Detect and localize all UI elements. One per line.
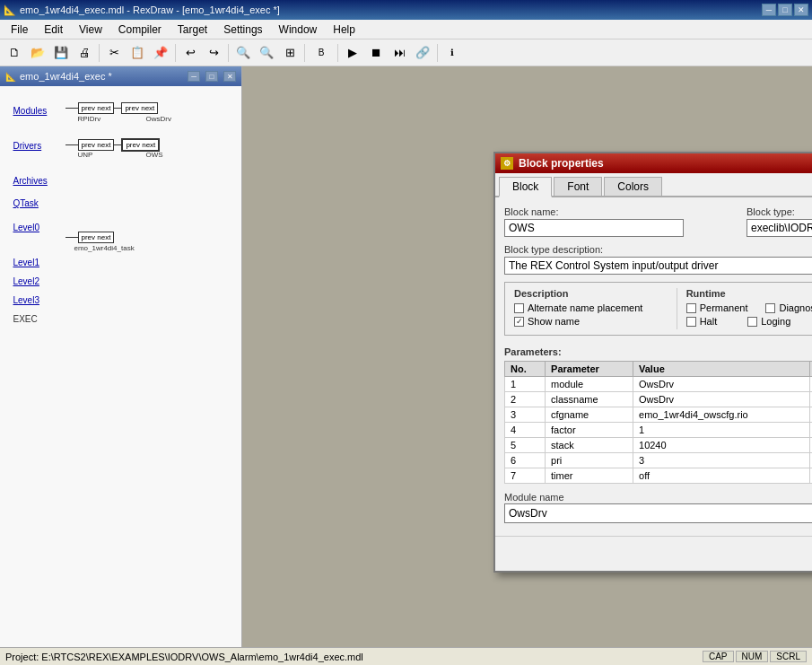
ows-block[interactable]: prev next xyxy=(121,138,160,152)
cut-button[interactable]: ✂ xyxy=(103,42,125,64)
sidebar-item-level0[interactable]: Level0 xyxy=(13,223,48,232)
sidebar-item-level2[interactable]: Level2 xyxy=(13,276,48,286)
toolbar: 🗋 📂 💾 🖨 ✂ 📋 📌 ↩ ↪ 🔍 🔍 ⊞ B ▶ ⏹ ⏭ 🔗 ℹ xyxy=(0,39,812,66)
save-button[interactable]: 💾 xyxy=(50,42,72,64)
sidebar-item-drivers[interactable]: Drivers xyxy=(13,141,48,151)
params-body: 1moduleOwsDrvString2classnameOwsDrvStrin… xyxy=(505,377,813,484)
tab-font[interactable]: Font xyxy=(554,177,602,196)
window-controls: ─ □ ✕ xyxy=(762,4,808,16)
block-desc-label: Block type description: xyxy=(504,244,812,255)
connect-button[interactable]: 🔗 xyxy=(412,42,433,64)
table-row[interactable]: 5stack102401024Long xyxy=(505,438,813,453)
properties-section: Description Alternate name placement ✓ S… xyxy=(504,282,812,336)
menu-view[interactable]: View xyxy=(72,22,109,38)
menu-edit[interactable]: Edit xyxy=(37,22,70,38)
block-type-group: Block type: xyxy=(747,206,812,237)
cell-parameter: module xyxy=(546,377,633,392)
module-name-label: Module name xyxy=(504,492,564,503)
halt-row: Halt Loging xyxy=(686,316,812,327)
panel-icon: 📐 xyxy=(5,72,16,82)
cell-parameter: factor xyxy=(546,423,633,438)
owsdrv-block[interactable]: prev next xyxy=(121,102,158,114)
table-row[interactable]: 7timeroffBool xyxy=(505,468,813,484)
description-title: Description xyxy=(514,288,677,299)
table-row[interactable]: 3cfgnameemo_1wr4di4_owscfg.rioString xyxy=(505,407,813,423)
halt-checkbox[interactable] xyxy=(686,317,696,327)
compile-button[interactable]: B xyxy=(309,42,334,64)
sidebar-item-qtask[interactable]: QTask xyxy=(13,198,48,208)
table-row[interactable]: 2classnameOwsDrvString xyxy=(505,392,813,407)
dialog-title-bar: ⚙ Block properties ✕ xyxy=(495,153,812,173)
left-panel: 📐 emo_1wr4di4_exec * ─ □ ✕ Modules Drive… xyxy=(0,66,242,647)
permanent-checkbox[interactable] xyxy=(686,303,696,313)
menu-compiler[interactable]: Compiler xyxy=(111,22,169,38)
table-row[interactable]: 4factor11Long xyxy=(505,423,813,438)
menu-settings[interactable]: Settings xyxy=(216,22,269,38)
undo-button[interactable]: ↩ xyxy=(179,42,201,64)
sidebar-item-archives[interactable]: Archives xyxy=(13,176,48,186)
alternate-name-checkbox[interactable] xyxy=(514,303,524,313)
cell-value: emo_1wr4di4_owscfg.rio xyxy=(633,407,810,423)
step-button[interactable]: ⏭ xyxy=(389,42,410,64)
close-button[interactable]: ✕ xyxy=(794,4,808,16)
info-button[interactable]: ℹ xyxy=(441,42,463,64)
table-row[interactable]: 6pri3131Long xyxy=(505,453,813,468)
maximize-button[interactable]: □ xyxy=(778,4,792,16)
menu-file[interactable]: File xyxy=(4,22,35,38)
col-parameter: Parameter xyxy=(546,362,633,377)
zoom-fit-button[interactable]: ⊞ xyxy=(279,42,301,64)
tab-colors[interactable]: Colors xyxy=(604,177,662,196)
copy-button[interactable]: 📋 xyxy=(127,42,148,64)
paste-button[interactable]: 📌 xyxy=(150,42,171,64)
cell-no: 6 xyxy=(505,453,546,468)
runtime-title: Runtime xyxy=(686,288,812,299)
diagram-area[interactable]: Modules Drivers Archives QTask Level0 Le… xyxy=(0,86,241,647)
panel-minimize-btn[interactable]: ─ xyxy=(188,71,200,82)
menu-window[interactable]: Window xyxy=(272,22,325,38)
open-button[interactable]: 📂 xyxy=(27,42,48,64)
run-button[interactable]: ▶ xyxy=(342,42,363,64)
menu-bar: File Edit View Compiler Target Settings … xyxy=(0,20,812,39)
window-title: emo_1wr4di4_exec.mdl - RexDraw - [emo_1w… xyxy=(20,4,280,15)
main-area: 📐 emo_1wr4di4_exec * ─ □ ✕ Modules Drive… xyxy=(0,66,812,647)
status-text: Project: E:\RTCS2\REX\EXAMPLES\IODRV\OWS… xyxy=(5,652,363,662)
cell-no: 4 xyxy=(505,423,546,438)
unp-block[interactable]: prev next xyxy=(78,139,115,151)
dialog-buttons: OK Storno xyxy=(495,536,812,571)
block-name-label: Block name: xyxy=(504,206,684,217)
zoom-out-button[interactable]: 🔍 xyxy=(256,42,277,64)
block-name-input[interactable] xyxy=(504,219,684,237)
sidebar-item-modules[interactable]: Modules xyxy=(13,106,48,116)
menu-target[interactable]: Target xyxy=(170,22,214,38)
loging-label: Loging xyxy=(761,316,790,327)
show-name-label: Show name xyxy=(528,316,580,327)
cell-no: 1 xyxy=(505,377,546,392)
print-button[interactable]: 🖨 xyxy=(74,42,95,64)
description-col: Description Alternate name placement ✓ S… xyxy=(514,288,677,329)
module-name-input[interactable] xyxy=(504,503,812,523)
zoom-in-button[interactable]: 🔍 xyxy=(232,42,254,64)
task-block[interactable]: prev next xyxy=(78,232,115,243)
cell-value: 3 xyxy=(633,453,810,468)
redo-button[interactable]: ↪ xyxy=(203,42,224,64)
table-row[interactable]: 1moduleOwsDrvString xyxy=(505,377,813,392)
panel-maximize-btn[interactable]: □ xyxy=(205,71,218,82)
module-name-section: Module name Configure xyxy=(504,491,812,523)
loging-checkbox[interactable] xyxy=(747,317,757,327)
tab-block[interactable]: Block xyxy=(499,177,552,197)
new-button[interactable]: 🗋 xyxy=(4,42,25,64)
cell-parameter: timer xyxy=(546,468,633,484)
rpidrv-block[interactable]: prev next xyxy=(78,102,115,114)
sidebar-item-level3[interactable]: Level3 xyxy=(13,295,48,305)
sidebar-item-level1[interactable]: Level1 xyxy=(13,258,48,267)
block-type-input[interactable] xyxy=(747,219,812,237)
menu-help[interactable]: Help xyxy=(326,22,362,38)
panel-close-btn[interactable]: ✕ xyxy=(223,71,236,82)
diagnostic-checkbox[interactable] xyxy=(765,303,775,313)
block-desc-input[interactable] xyxy=(504,257,812,275)
sep3 xyxy=(228,44,229,62)
show-name-checkbox[interactable]: ✓ xyxy=(514,317,524,327)
parameters-label: Parameters: xyxy=(504,346,562,357)
minimize-button[interactable]: ─ xyxy=(762,4,776,16)
stop-button[interactable]: ⏹ xyxy=(365,42,387,64)
